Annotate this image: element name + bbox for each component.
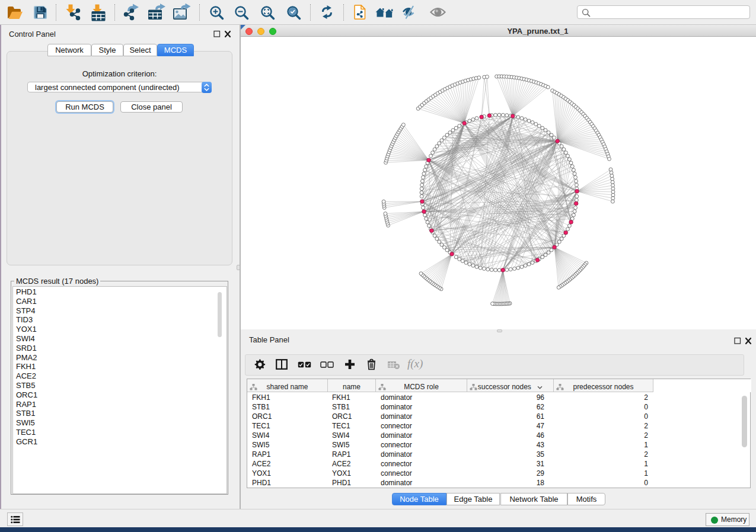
svg-text:f(x): f(x) [407, 358, 423, 370]
